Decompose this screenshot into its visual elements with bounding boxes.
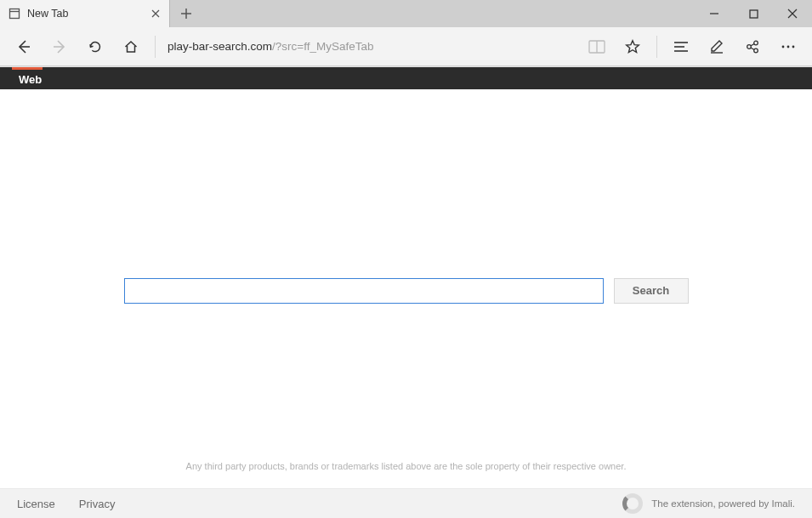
- footer-link-privacy[interactable]: Privacy: [79, 498, 116, 510]
- svg-point-23: [782, 45, 785, 48]
- webnote-button[interactable]: [700, 31, 734, 62]
- toolbar-divider: [155, 36, 156, 58]
- tab-title: New Tab: [27, 8, 144, 20]
- disclaimer-text: Any third party products, brands or trad…: [0, 461, 812, 471]
- browser-toolbar: play-bar-search.com/?src=ff_MySafeTab: [0, 27, 812, 66]
- minimize-button[interactable]: [695, 0, 734, 27]
- maximize-button[interactable]: [734, 0, 773, 27]
- toolbar-right: [580, 31, 805, 62]
- back-button[interactable]: [7, 31, 41, 62]
- more-button[interactable]: [771, 31, 805, 62]
- search-input[interactable]: [124, 278, 604, 304]
- svg-rect-7: [750, 10, 758, 18]
- search-area: Search: [0, 67, 812, 488]
- page-footer: License Privacy The extension, powered b…: [0, 488, 812, 518]
- svg-point-19: [754, 41, 758, 45]
- footer-link-license[interactable]: License: [17, 498, 55, 510]
- address-bar[interactable]: play-bar-search.com/?src=ff_MySafeTab: [162, 34, 578, 60]
- svg-point-20: [754, 48, 758, 53]
- url-path: /?src=ff_MySafeTab: [272, 40, 373, 53]
- svg-point-24: [787, 45, 790, 48]
- close-tab-icon[interactable]: [150, 9, 161, 19]
- powered-by-text: The extension, powered by Imali.: [651, 498, 795, 509]
- browser-tab[interactable]: New Tab: [0, 0, 170, 27]
- share-button[interactable]: [735, 31, 769, 62]
- search-row: Search: [124, 278, 689, 304]
- close-window-button[interactable]: [773, 0, 812, 27]
- svg-point-18: [747, 44, 752, 48]
- page-viewport: Web Search Any third party products, bra…: [0, 66, 812, 518]
- favorite-button[interactable]: [616, 31, 650, 62]
- new-tab-button[interactable]: [170, 0, 202, 27]
- page-icon: [9, 8, 20, 20]
- hub-button[interactable]: [664, 31, 698, 62]
- title-bar: New Tab: [0, 0, 812, 27]
- toolbar-divider: [656, 36, 657, 58]
- svg-point-25: [792, 45, 795, 48]
- forward-button[interactable]: [43, 31, 77, 62]
- reading-view-button[interactable]: [580, 31, 614, 62]
- svg-line-22: [751, 48, 754, 50]
- url-host: play-bar-search.com: [168, 40, 272, 53]
- svg-rect-0: [10, 9, 20, 19]
- home-button[interactable]: [114, 31, 148, 62]
- svg-line-21: [751, 43, 754, 46]
- refresh-button[interactable]: [78, 31, 112, 62]
- search-button[interactable]: Search: [614, 278, 689, 304]
- footer-right: The extension, powered by Imali.: [622, 493, 795, 514]
- window-controls: [695, 0, 812, 27]
- loading-spinner-icon: [622, 493, 643, 514]
